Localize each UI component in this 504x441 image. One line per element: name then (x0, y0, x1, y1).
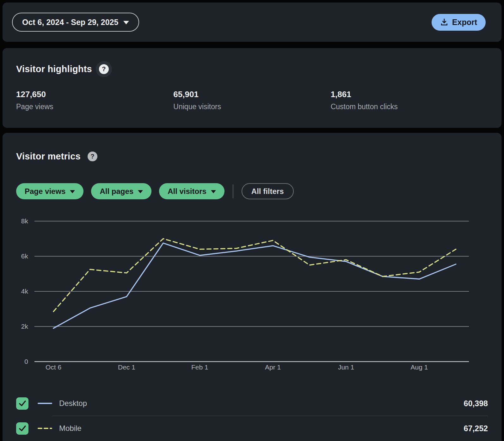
x-tick-label: Oct 6 (46, 363, 61, 371)
y-tick-label: 6k (21, 252, 28, 260)
solid-line-swatch (38, 402, 52, 405)
chart-area: 02k4k6k8kOct 6Dec 1Feb 1Apr 1Jun 1Aug 1 (16, 214, 488, 373)
filter-pages-dropdown[interactable]: All pages (91, 183, 151, 199)
visitor-highlights-title: Visitor highlights (16, 64, 92, 74)
chevron-down-icon (211, 190, 216, 193)
highlights-stats-row: 127,650 Page views 65,901 Unique visitor… (16, 90, 488, 111)
filters-row: Page views All pages All visitors All fi… (16, 183, 488, 199)
series-checkbox-desktop[interactable] (16, 397, 28, 410)
stat-value: 127,650 (16, 90, 173, 99)
legend-row-mobile: Mobile67,252 (16, 416, 488, 441)
toolbar-card: Oct 6, 2024 - Sep 29, 2025 Export (3, 3, 501, 42)
stat-custom-button-clicks: 1,861 Custom button clicks (331, 90, 488, 111)
stat-label: Page views (16, 102, 173, 111)
chart-legend: Desktop60,398Mobile67,252 (16, 391, 488, 441)
series-line-desktop (53, 243, 456, 328)
export-label: Export (452, 18, 477, 27)
filters-separator (233, 184, 233, 198)
checkmark-icon (18, 424, 27, 432)
x-tick-label: Feb 1 (191, 363, 208, 371)
chevron-down-icon (123, 21, 129, 24)
date-range-label: Oct 6, 2024 - Sep 29, 2025 (22, 18, 118, 27)
export-button[interactable]: Export (432, 14, 486, 31)
stat-value: 65,901 (173, 90, 330, 99)
download-icon (440, 18, 448, 26)
visitor-highlights-card: Visitor highlights ? 127,650 Page views … (3, 48, 501, 128)
chevron-down-icon (138, 190, 143, 193)
help-icon[interactable]: ? (99, 64, 109, 74)
filter-label: All visitors (168, 187, 206, 196)
dashed-line-swatch (38, 427, 52, 430)
x-tick-label: Apr 1 (265, 363, 281, 371)
x-tick-label: Dec 1 (118, 363, 135, 371)
all-filters-button[interactable]: All filters (242, 183, 294, 199)
stat-label: Custom button clicks (331, 102, 488, 111)
date-range-selector[interactable]: Oct 6, 2024 - Sep 29, 2025 (12, 13, 139, 32)
filter-visitors-dropdown[interactable]: All visitors (159, 183, 224, 199)
stat-value: 1,861 (331, 90, 488, 99)
filter-label: Page views (25, 187, 65, 196)
filter-label: All pages (100, 187, 133, 196)
legend-label: Desktop (59, 399, 87, 408)
y-tick-label: 4k (21, 288, 28, 295)
legend-total-value: 60,398 (464, 399, 488, 408)
y-tick-label: 8k (21, 217, 28, 225)
stat-page-views: 127,650 Page views (16, 90, 173, 111)
x-tick-label: Jun 1 (338, 363, 354, 371)
visitor-metrics-chart[interactable]: 02k4k6k8kOct 6Dec 1Feb 1Apr 1Jun 1Aug 1 (16, 214, 488, 372)
stat-label: Unique visitors (173, 102, 330, 111)
help-icon[interactable]: ? (88, 152, 97, 161)
y-tick-label: 0 (24, 358, 28, 365)
legend-label: Mobile (59, 424, 82, 433)
stat-unique-visitors: 65,901 Unique visitors (173, 90, 330, 111)
all-filters-label: All filters (251, 187, 284, 196)
chevron-down-icon (70, 190, 75, 193)
x-tick-label: Aug 1 (411, 363, 428, 371)
visitor-metrics-card: Visitor metrics ? Page views All pages A… (3, 133, 501, 441)
filter-metric-dropdown[interactable]: Page views (16, 183, 83, 199)
legend-row-desktop: Desktop60,398 (16, 391, 488, 416)
visitor-metrics-title: Visitor metrics (16, 151, 81, 162)
legend-total-value: 67,252 (464, 424, 488, 433)
series-checkbox-mobile[interactable] (16, 422, 28, 435)
checkmark-icon (18, 399, 27, 407)
y-tick-label: 2k (21, 323, 28, 330)
